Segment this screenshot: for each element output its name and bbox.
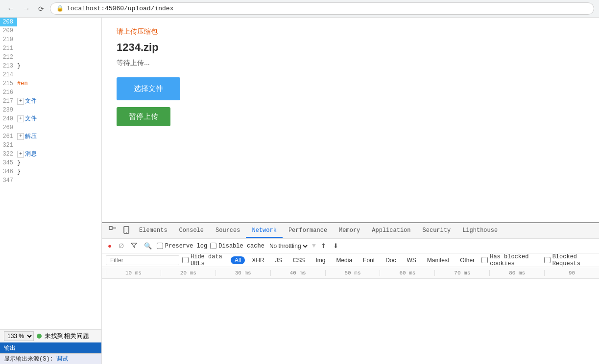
code-line-321: 321	[0, 141, 101, 150]
blocked-requests-text: Blocked Requests	[552, 253, 595, 267]
address-bar: 🔒 localhost:45060/upload/index	[50, 2, 594, 15]
timeline-body	[102, 279, 599, 364]
code-line-240: 240 + 文件	[0, 114, 101, 123]
has-blocked-checkbox[interactable]	[481, 257, 488, 263]
output-title: 输出	[4, 345, 16, 352]
filter-tag-doc[interactable]: Doc	[382, 256, 400, 264]
tab-memory[interactable]: Memory	[333, 224, 366, 238]
hide-data-urls-label[interactable]: Hide data URLs	[182, 253, 228, 267]
filter-tag-ws[interactable]: WS	[403, 256, 420, 264]
blocked-requests-label[interactable]: Blocked Requests	[544, 253, 595, 267]
hide-data-urls-text: Hide data URLs	[191, 253, 228, 267]
forward-button[interactable]: →	[21, 3, 32, 14]
upload-label: 请上传压缩包	[117, 27, 584, 36]
expand-btn-322[interactable]: +	[17, 151, 24, 158]
devtools-inspect-icon[interactable]	[106, 224, 120, 237]
filter-row: Hide data URLs All XHR JS CSS Img Media …	[102, 253, 599, 267]
code-line-209: 209	[0, 26, 101, 35]
export-button[interactable]: ⬇	[331, 241, 340, 250]
ruler-mark-60ms: 60 ms	[380, 270, 434, 276]
filter-tag-manifest[interactable]: Manifest	[423, 256, 453, 264]
preserve-log-checkbox[interactable]	[157, 243, 163, 249]
code-line-239: 239	[0, 106, 101, 114]
tab-performance[interactable]: Performance	[283, 224, 333, 238]
filter-tag-other[interactable]: Other	[456, 256, 479, 264]
back-button[interactable]: ←	[5, 3, 17, 14]
blocked-requests-checkbox[interactable]	[544, 257, 551, 263]
ruler-mark-70ms: 70 ms	[434, 270, 489, 276]
tab-console[interactable]: Console	[173, 224, 210, 238]
timeline-ruler: 10 ms 20 ms 30 ms 40 ms 50 ms 60 ms 70 m…	[102, 267, 599, 279]
expand-btn-217[interactable]: +	[17, 98, 24, 105]
code-line-347: 347	[0, 176, 101, 185]
tab-lighthouse[interactable]: Lighthouse	[456, 224, 503, 238]
disable-cache-text: Disable cache	[218, 243, 264, 250]
throttle-select[interactable]: No throttling	[267, 242, 309, 250]
green-dot	[37, 334, 42, 339]
filter-tag-js[interactable]: JS	[271, 256, 286, 264]
output-panel: 输出	[0, 342, 101, 353]
filter-icon-btn[interactable]	[129, 241, 139, 251]
code-line-214: 214	[0, 70, 101, 79]
filter-input[interactable]	[106, 255, 179, 265]
line-number-209: 209	[0, 26, 17, 35]
code-text-215: #en	[17, 79, 28, 88]
code-text-261: 解压	[25, 132, 37, 141]
source-label: 显示输出来源(S):	[4, 355, 53, 363]
code-line-210: 210	[0, 35, 101, 44]
ruler-marks: 10 ms 20 ms 30 ms 40 ms 50 ms 60 ms 70 m…	[106, 270, 599, 276]
filter-tag-font[interactable]: Font	[359, 256, 379, 264]
refresh-button[interactable]: ⟳	[36, 4, 46, 14]
disable-cache-label[interactable]: Disable cache	[210, 243, 264, 250]
devtools-panel: Elements Console Sources Network Perform…	[102, 222, 599, 364]
ruler-mark-90: 90	[544, 270, 599, 276]
left-panel: 208 209 210 211 212 213 } 214	[0, 18, 102, 364]
line-number-217: 217	[0, 97, 17, 106]
has-blocked-label[interactable]: Has blocked cookies	[481, 253, 541, 267]
code-text-217: 文件	[25, 97, 37, 106]
filter-tag-css[interactable]: CSS	[289, 256, 309, 264]
ruler-mark-40ms: 40 ms	[270, 270, 325, 276]
line-number-216: 216	[0, 88, 17, 97]
ruler-mark-30ms: 30 ms	[216, 270, 270, 276]
line-number-213: 213	[0, 62, 17, 70]
tab-security[interactable]: Security	[417, 224, 457, 238]
upload-status: 等待上传...	[117, 59, 584, 68]
line-number-214: 214	[0, 70, 17, 79]
filter-tag-all[interactable]: All	[231, 256, 245, 264]
line-number-321: 321	[0, 141, 17, 150]
zoom-select[interactable]: 133 %	[4, 331, 34, 341]
tab-elements[interactable]: Elements	[133, 224, 173, 238]
expand-btn-261[interactable]: +	[17, 133, 24, 140]
record-button[interactable]: ●	[106, 241, 114, 250]
line-number-215: 215	[0, 79, 17, 88]
preserve-log-label[interactable]: Preserve log	[157, 243, 207, 250]
has-blocked-text: Has blocked cookies	[490, 253, 541, 267]
tab-network[interactable]: Network	[246, 224, 282, 238]
filename: 1234.zip	[117, 41, 584, 54]
tab-application[interactable]: Application	[366, 224, 416, 238]
devtools-tab-bar: Elements Console Sources Network Perform…	[102, 223, 599, 239]
devtools-device-icon[interactable]	[120, 224, 133, 237]
code-line-260: 260	[0, 123, 101, 132]
hide-data-urls-checkbox[interactable]	[182, 257, 189, 263]
disable-cache-checkbox[interactable]	[210, 243, 216, 249]
ruler-mark-80ms: 80 ms	[489, 270, 544, 276]
filter-tag-media[interactable]: Media	[332, 256, 356, 264]
clear-button[interactable]: ∅	[117, 241, 126, 250]
pause-upload-button[interactable]: 暂停上传	[117, 107, 170, 126]
search-icon-btn[interactable]: 🔍	[142, 241, 154, 250]
tab-sources[interactable]: Sources	[210, 224, 246, 238]
filter-tag-xhr[interactable]: XHR	[248, 256, 268, 264]
line-number-240: 240	[0, 114, 17, 123]
ruler-mark-50ms: 50 ms	[325, 270, 380, 276]
import-button[interactable]: ⬆	[319, 241, 328, 250]
expand-btn-240[interactable]: +	[17, 115, 24, 122]
select-file-button[interactable]: 选择文件	[117, 77, 180, 100]
svg-point-3	[126, 232, 127, 233]
filter-tag-img[interactable]: Img	[311, 256, 329, 264]
code-text-322: 消息	[25, 150, 37, 159]
code-line-216: 216	[0, 88, 101, 97]
code-line-346: 346 }	[0, 167, 101, 176]
source-value: 调试	[56, 355, 68, 363]
